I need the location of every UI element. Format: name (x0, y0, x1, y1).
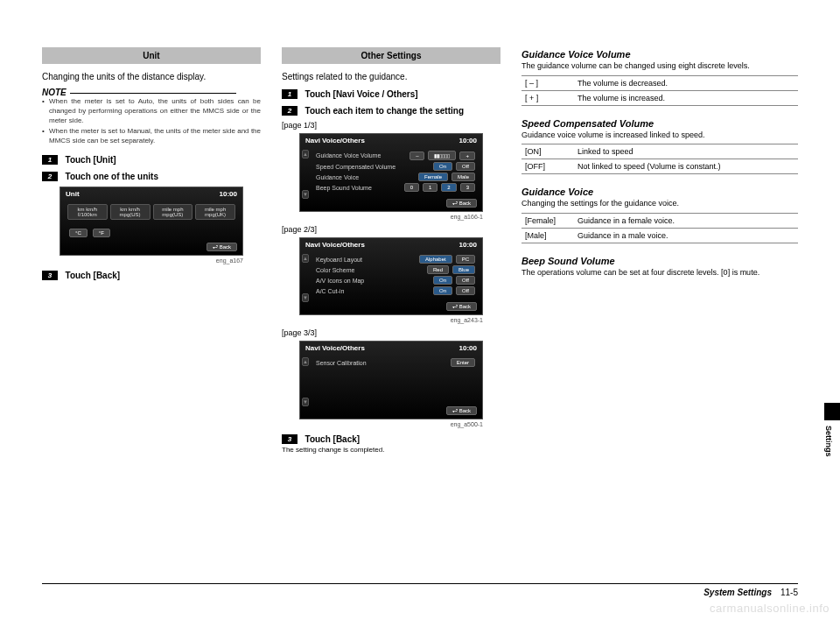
scroll-up-icon[interactable]: ▲ (302, 254, 309, 263)
ss-title: Unit (66, 190, 80, 198)
step-subtext: The setting change is completed. (282, 446, 500, 454)
side-tab: Settings (824, 403, 840, 455)
step-text: Touch one of the units (66, 172, 158, 181)
page-footer: System Settings 11-5 (42, 583, 798, 597)
opt-button[interactable]: Off (456, 286, 475, 295)
opt-key: [OFF] (522, 159, 574, 174)
opt-val: Linked to speed (574, 144, 798, 159)
unit-intro: Changing the units of the distance displ… (42, 71, 261, 82)
table-row: [Female]Guidance in a female voice. (522, 214, 798, 229)
back-button[interactable]: Back (206, 243, 237, 251)
unit-screenshot: Unit 10:00 km km/h ℓ/100km km km/h mpg(U… (60, 187, 243, 256)
row-label: A/C Cut-in (316, 288, 430, 294)
back-button[interactable]: Back (446, 302, 477, 311)
off-button[interactable]: Off (456, 162, 475, 171)
ss-time: 10:00 (459, 137, 477, 144)
opt-button[interactable]: On (433, 276, 452, 285)
page-label: [page 1/3] (282, 121, 500, 130)
opt-val: The volume is increased. (574, 90, 798, 105)
unit-cell[interactable]: km km/h mpg(US) (110, 204, 150, 220)
navi-screenshot-2: Navi Voice/Others 10:00 ▲ ▼ Keyboard Lay… (299, 237, 483, 315)
scv-table: [ON]Linked to speed [OFF]Not linked to s… (522, 144, 798, 174)
opt-button[interactable]: On (433, 286, 452, 295)
female-button[interactable]: Female (418, 173, 448, 181)
step-text: Touch [Back] (305, 434, 360, 444)
male-button[interactable]: Male (452, 173, 475, 181)
table-row: [ – ]The volume is decreased. (522, 75, 798, 90)
enter-button[interactable]: Enter (451, 358, 475, 367)
step-number-icon: 2 (282, 106, 298, 116)
unit-cell[interactable]: mile mph mpg(US) (153, 204, 193, 220)
note-list: When the meter is set to Auto, the units… (42, 97, 261, 146)
unit-cell[interactable]: mile mph mpg(UK) (195, 204, 235, 220)
navi-screenshot-3: Navi Voice/Others 10:00 ▲ ▼ Sensor Calib… (299, 341, 483, 419)
opt-button[interactable]: PC (456, 255, 475, 264)
opt-val: Guidance in a female voice. (574, 214, 798, 229)
opt-key: [ – ] (522, 75, 574, 90)
note-block: NOTE (42, 88, 261, 97)
back-button[interactable]: Back (446, 199, 477, 208)
caption: eng_a243-1 (299, 317, 483, 323)
scroll-down-icon[interactable]: ▼ (302, 190, 309, 199)
step-text: Touch [Back] (66, 271, 121, 280)
bsv-desc: The operations volume can be set at four… (522, 268, 798, 278)
row-label: Color Scheme (316, 267, 424, 273)
unit-header: Unit (42, 47, 261, 64)
step-3: 3 Touch [Back] (42, 271, 261, 280)
scroll-bar[interactable]: ▲ ▼ (302, 150, 309, 199)
beep-3-button[interactable]: 3 (460, 183, 475, 192)
opt-button[interactable]: Off (456, 276, 475, 285)
caption: eng_a166-1 (299, 214, 483, 220)
ss-time: 10:00 (459, 344, 477, 352)
table-row: [OFF]Not linked to speed (Volume is cons… (522, 159, 798, 174)
ss-time: 10:00 (459, 241, 477, 249)
row-label: Beep Sound Volume (316, 185, 401, 191)
scroll-down-icon[interactable]: ▼ (302, 293, 309, 302)
note-label: NOTE (42, 88, 66, 97)
scroll-up-icon[interactable]: ▲ (302, 357, 309, 366)
scroll-up-icon[interactable]: ▲ (302, 150, 309, 159)
footer-page: 11-5 (780, 588, 798, 597)
bsv-title: Beep Sound Volume (522, 256, 798, 266)
ss-time: 10:00 (220, 190, 237, 198)
opt-key: [Female] (522, 214, 574, 229)
watermark: carmanualsonline.info (710, 602, 830, 615)
vol-minus-button[interactable]: – (410, 151, 424, 160)
step-number-icon: 3 (42, 271, 58, 280)
step-text: Touch each item to change the setting (305, 106, 465, 116)
back-button[interactable]: Back (446, 406, 477, 415)
step-number-icon: 1 (42, 155, 58, 165)
step-2: 2 Touch each item to change the setting (282, 106, 500, 116)
unit-cell[interactable]: km km/h ℓ/100km (67, 204, 108, 220)
other-intro: Settings related to the guidance. (282, 71, 500, 82)
gv-title: Guidance Voice (522, 187, 798, 197)
table-row: [ + ]The volume is increased. (522, 90, 798, 105)
temp-c-button[interactable]: °C (69, 229, 88, 237)
on-button[interactable]: On (433, 162, 452, 171)
row-label: Speed Compensated Volume (316, 164, 430, 170)
temp-row: °C °F (62, 225, 241, 241)
step-3: 3 Touch [Back] The setting change is com… (282, 434, 500, 454)
gv-table: [Female]Guidance in a female voice. [Mal… (522, 213, 798, 243)
opt-button[interactable]: Blue (452, 265, 475, 274)
temp-f-button[interactable]: °F (93, 229, 110, 237)
opt-key: [ON] (522, 144, 574, 159)
vol-plus-button[interactable]: + (459, 151, 475, 160)
opt-key: [Male] (522, 229, 574, 243)
step-1: 1 Touch [Navi Voice / Others] (282, 89, 500, 99)
row-label: A/V Icons on Map (316, 278, 430, 284)
scroll-bar[interactable]: ▲ ▼ (302, 254, 309, 302)
beep-1-button[interactable]: 1 (423, 183, 438, 192)
scroll-bar[interactable]: ▲ ▼ (302, 357, 309, 406)
opt-val: Guidance in a male voice. (574, 229, 798, 243)
opt-key: [ + ] (522, 90, 574, 105)
beep-0-button[interactable]: 0 (404, 183, 419, 192)
opt-button[interactable]: Red (427, 265, 449, 274)
beep-2-button[interactable]: 2 (441, 183, 456, 192)
gv-desc: Changing the settings for the guidance v… (522, 199, 798, 209)
scroll-down-icon[interactable]: ▼ (302, 398, 309, 406)
step-number-icon: 1 (282, 89, 298, 99)
opt-button[interactable]: Alphabet (419, 255, 452, 264)
caption: eng_a167 (60, 257, 243, 264)
ss-title: Navi Voice/Others (305, 241, 365, 249)
